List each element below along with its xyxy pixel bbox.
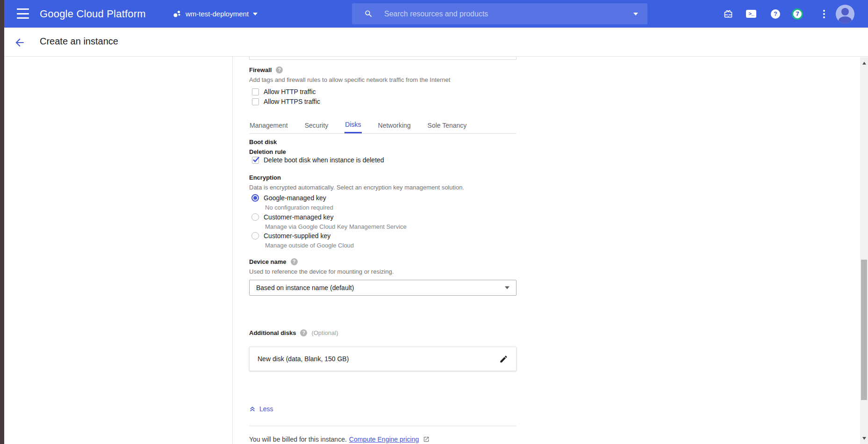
back-arrow-icon — [14, 36, 26, 49]
offers-button[interactable] — [718, 0, 739, 28]
tab-management[interactable]: Management — [249, 117, 288, 133]
select-chevron-down-icon — [505, 286, 509, 289]
compute-engine-pricing-link[interactable]: Compute Engine pricing — [349, 436, 419, 443]
more-options-button[interactable] — [814, 0, 834, 28]
less-link[interactable]: Less — [249, 405, 273, 413]
radio-sublabel: Manage via Google Cloud Key Management S… — [265, 223, 407, 230]
vertical-dots-icon — [823, 10, 825, 18]
allow-http-checkbox-row[interactable]: Allow HTTP traffic — [252, 88, 316, 95]
window-edge — [0, 0, 4, 444]
device-name-help-icon[interactable]: ? — [291, 258, 298, 265]
checkbox-unchecked-icon — [252, 88, 259, 95]
page-title: Create an instance — [40, 36, 118, 47]
radio-customer-managed-key[interactable]: Customer-managed key — [251, 213, 333, 221]
radio-sublabel: No configuration required — [265, 204, 333, 211]
radio-selected-icon — [251, 194, 259, 202]
cloud-shell-button[interactable]: >_ — [741, 0, 761, 28]
account-button[interactable] — [835, 0, 855, 28]
left-panel — [4, 57, 232, 444]
search-bar[interactable] — [352, 3, 647, 24]
disk-card-label: New disk (data, Blank, 150 GB) — [258, 355, 499, 363]
chevron-down-icon — [253, 13, 258, 15]
scrollbar-up-button[interactable] — [860, 59, 868, 67]
search-chevron-down-icon[interactable] — [633, 13, 638, 15]
radio-customer-supplied-key[interactable]: Customer-supplied key — [251, 232, 330, 240]
edit-disk-button[interactable] — [499, 355, 508, 364]
radio-sublabel: Manage outside of Google Cloud — [265, 242, 354, 249]
help-button[interactable]: ? — [765, 0, 786, 28]
project-selector[interactable]: wm-test-deployment — [173, 0, 258, 28]
tab-disks[interactable]: Disks — [344, 117, 361, 133]
deletion-rule-label: Deletion rule — [249, 148, 286, 155]
gcp-logo: Google Cloud Platform — [40, 0, 146, 28]
device-name-select[interactable]: Based on instance name (default) — [249, 280, 516, 296]
delete-boot-disk-checkbox-row[interactable]: Delete boot disk when instance is delete… — [252, 156, 384, 164]
radio-google-managed-key[interactable]: Google-managed key — [251, 194, 326, 202]
allow-https-checkbox-row[interactable]: Allow HTTPS traffic — [252, 98, 320, 105]
tab-security[interactable]: Security — [304, 117, 329, 133]
device-name-selected-value: Based on instance name (default) — [256, 284, 505, 291]
encryption-label: Encryption — [249, 174, 281, 181]
menu-button[interactable] — [17, 8, 29, 19]
settings-tabs: Management Security Disks Networking Sol… — [249, 117, 516, 134]
page-header: Create an instance — [0, 28, 868, 57]
form-content: Firewall ? Add tags and firewall rules t… — [249, 0, 516, 444]
triangle-up-icon — [862, 62, 866, 65]
avatar — [836, 5, 854, 23]
boot-disk-heading: Boot disk — [249, 138, 277, 146]
additional-disks-label: Additional disks ? (Optional) — [249, 329, 338, 336]
scrollbar-thumb[interactable] — [861, 260, 867, 400]
device-name-description: Used to reference the device for mountin… — [249, 268, 394, 275]
tab-sole-tenancy[interactable]: Sole Tenancy — [427, 117, 467, 133]
gift-icon — [724, 9, 733, 19]
billing-note: You will be billed for this instance. Co… — [249, 436, 430, 443]
radio-unselected-icon — [251, 213, 259, 221]
firewall-help-icon[interactable]: ? — [276, 66, 283, 73]
help-icon: ? — [771, 9, 780, 19]
notification-badge: 7 — [792, 8, 803, 20]
tab-networking[interactable]: Networking — [378, 117, 411, 133]
optional-label: (Optional) — [311, 329, 338, 336]
device-name-label: Device name ? — [249, 258, 298, 265]
panel-divider — [232, 57, 233, 444]
radio-unselected-icon — [251, 232, 259, 240]
search-icon — [364, 9, 373, 18]
triangle-down-icon — [862, 437, 866, 440]
notifications-button[interactable]: 7 — [787, 0, 808, 28]
firewall-section-label: Firewall ? — [249, 66, 283, 73]
scrollbar-down-button[interactable] — [860, 434, 868, 442]
checkbox-unchecked-icon — [252, 98, 259, 105]
terminal-icon: >_ — [746, 10, 756, 18]
disk-card: New disk (data, Blank, 150 GB) — [249, 347, 516, 371]
search-input[interactable] — [384, 10, 633, 18]
encryption-description: Data is encrypted automatically. Select … — [249, 184, 464, 191]
screen: Google Cloud Platform wm-test-deployment… — [0, 0, 868, 444]
app-header: Google Cloud Platform wm-test-deployment… — [0, 0, 868, 28]
project-icon — [173, 10, 181, 18]
section-divider — [249, 426, 516, 426]
checkbox-checked-icon — [252, 157, 259, 164]
external-link-icon — [423, 436, 430, 443]
additional-disks-help-icon[interactable]: ? — [300, 329, 307, 336]
firewall-description: Add tags and firewall rules to allow spe… — [249, 76, 450, 83]
back-button[interactable] — [14, 36, 26, 49]
project-name: wm-test-deployment — [186, 10, 249, 18]
chevron-double-up-icon — [249, 406, 256, 412]
pencil-icon — [499, 355, 508, 364]
scrollbar[interactable] — [860, 57, 868, 444]
